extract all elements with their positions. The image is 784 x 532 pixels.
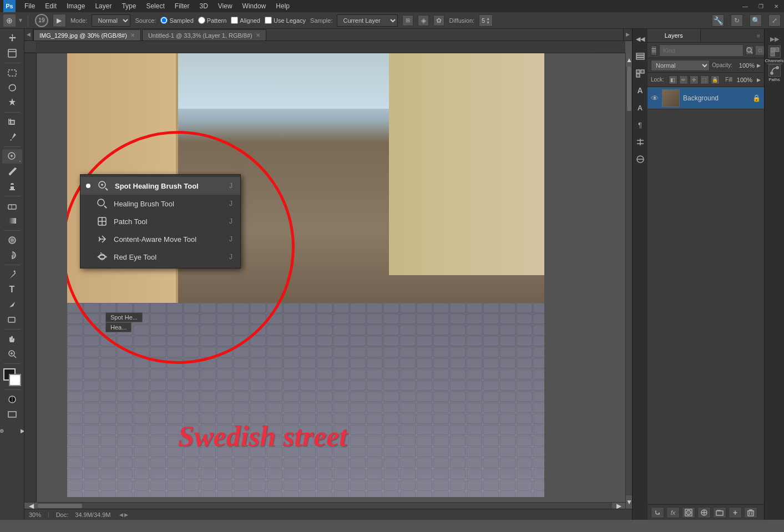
aligned-checkbox[interactable] [231, 17, 238, 24]
tool-path-select[interactable] [2, 297, 22, 312]
rpanel-icon-collapse-right[interactable]: ◀◀ [633, 31, 648, 47]
brush-preset-picker[interactable]: ▶ [53, 14, 66, 27]
minimize-button[interactable]: — [737, 0, 753, 12]
ctx-red-eye[interactable]: Red Eye Tool J [80, 248, 240, 266]
vertical-scrollbar[interactable]: ▲ ▼ [625, 53, 632, 509]
tool-eyedropper[interactable] [2, 130, 22, 144]
lock-transparent-icon[interactable]: ◧ [669, 75, 677, 84]
tool-shape[interactable] [2, 312, 22, 327]
tab-untitled1[interactable]: Untitled-1 @ 33,3% (Layer 1, RGB/8#) ✕ [142, 29, 266, 40]
channels-panel-icon[interactable]: Channels [767, 47, 782, 62]
tool-pen[interactable] [2, 267, 22, 282]
sample-all-layers-icon[interactable]: ◈ [418, 15, 429, 26]
sampled-option[interactable]: Sampled [160, 17, 193, 24]
blend-mode-dropdown[interactable]: Normal [651, 60, 710, 71]
tab-img1299-close[interactable]: ✕ [130, 32, 135, 38]
lock-image-icon[interactable]: ✏ [679, 75, 688, 84]
rpanel-text-icon[interactable]: A [633, 83, 648, 98]
rpanel-char-icon[interactable]: A [633, 100, 648, 115]
menu-view[interactable]: View [214, 1, 237, 11]
paths-panel-icon[interactable]: Paths [767, 65, 782, 81]
rpanel-circle-icon[interactable] [633, 151, 648, 167]
menu-image[interactable]: Image [62, 1, 89, 11]
rpanel-layers-icon[interactable] [633, 48, 648, 64]
h-scroll-thumb[interactable] [38, 504, 82, 508]
status-arrows[interactable]: ◀ ▶ [119, 512, 128, 518]
canvas-area[interactable]: for(let i=0;i<1000;i+=50){ document.curr… [24, 41, 632, 520]
brush-angle-icon[interactable]: ✿ [433, 15, 444, 26]
menu-select[interactable]: Select [141, 1, 169, 11]
rotate-view-icon[interactable]: ↻ [731, 14, 743, 27]
lock-position-icon[interactable]: ✛ [690, 75, 699, 84]
layer-mask-icon[interactable] [682, 507, 695, 518]
pattern-option[interactable]: Pattern [198, 17, 226, 24]
filter-pixel-icon[interactable]: □ [756, 46, 765, 55]
tool-crop[interactable] [2, 115, 22, 129]
lock-all-icon[interactable]: 🔒 [711, 75, 720, 84]
ctx-healing-brush[interactable]: Healing Brush Tool J [80, 195, 240, 212]
tool-zoom[interactable] [2, 347, 22, 361]
fill-expand-icon[interactable]: ▶ [757, 77, 761, 83]
layers-search-input[interactable] [659, 44, 743, 57]
panel-collapse-btn[interactable]: ▶▶ [767, 31, 782, 47]
tool-artboard[interactable] [2, 46, 22, 60]
tool-quick-mask[interactable] [2, 392, 22, 407]
layer-new-icon[interactable]: + [729, 507, 742, 518]
tool-options-arrow[interactable]: ▼ [18, 17, 23, 23]
rpanel-channels-icon[interactable] [633, 65, 648, 81]
scratch-remover-icon[interactable]: 🔧 [712, 14, 724, 27]
layer-adjustment-icon[interactable] [697, 507, 711, 518]
layer-background-visibility[interactable]: 👁 [651, 94, 659, 103]
canvas-image[interactable]: Swedish street [67, 53, 544, 497]
zoom-icon[interactable]: 🔍 [750, 14, 762, 27]
tool-eraser[interactable] [2, 199, 22, 213]
mode-dropdown[interactable]: Normal [92, 14, 130, 27]
menu-edit[interactable]: Edit [41, 1, 61, 11]
tab-collapse-right[interactable]: ▶ [623, 29, 632, 40]
status-prev-arrow[interactable]: ◀ [119, 512, 123, 518]
layer-fx-icon[interactable]: fx [666, 507, 680, 518]
rpanel-paragraph-icon[interactable]: ¶ [633, 117, 648, 133]
menu-filter[interactable]: Filter [170, 1, 194, 11]
menu-help[interactable]: Help [271, 1, 294, 11]
fullscreen-icon[interactable]: ⤢ [768, 14, 781, 27]
menu-layer[interactable]: Layer [90, 1, 116, 11]
menu-file[interactable]: File [20, 1, 39, 11]
status-next-arrow[interactable]: ▶ [124, 512, 128, 518]
tool-dodge[interactable] [2, 248, 22, 262]
layer-group-icon[interactable] [713, 507, 726, 518]
ctx-spot-healing[interactable]: Spot Healing Brush Tool J [80, 177, 240, 195]
tool-extra[interactable]: ⊕ [0, 423, 12, 438]
tab-untitled1-close[interactable]: ✕ [256, 32, 260, 38]
menu-window[interactable]: Window [238, 1, 271, 11]
layer-link-icon[interactable] [651, 507, 664, 518]
tool-healing[interactable]: ▪ [2, 149, 22, 164]
layer-background[interactable]: 👁 Background 🔒 [648, 87, 764, 109]
layers-tab[interactable]: Layers [648, 29, 701, 42]
scroll-down-btn[interactable]: ▼ [626, 495, 632, 509]
layers-search-icon[interactable] [746, 46, 753, 55]
menu-3d[interactable]: 3D [195, 1, 212, 11]
tool-text[interactable]: T [2, 282, 22, 297]
tool-extra2[interactable]: ▶ [13, 423, 25, 438]
tool-brush[interactable] [2, 164, 22, 179]
ctx-patch[interactable]: Patch Tool J [80, 212, 240, 230]
tool-hand[interactable] [2, 332, 22, 346]
layer-delete-icon[interactable] [744, 507, 757, 518]
tool-magic-wand[interactable] [2, 95, 22, 110]
scroll-up-btn[interactable]: ▲ [626, 53, 632, 67]
lock-artboard-icon[interactable]: ⬚ [700, 75, 709, 84]
restore-button[interactable]: ❐ [753, 0, 768, 12]
menu-type[interactable]: Type [117, 1, 140, 11]
tool-move[interactable] [2, 31, 22, 45]
sampled-radio[interactable] [160, 17, 168, 24]
ctx-content-aware[interactable]: Content-Aware Move Tool J [80, 230, 240, 248]
close-button[interactable]: ✕ [768, 0, 784, 12]
fg-bg-colors[interactable] [2, 367, 22, 387]
use-legacy-checkbox[interactable] [265, 17, 272, 24]
sample-dropdown[interactable]: Current Layer [337, 14, 398, 27]
tab-collapse-left[interactable]: ◀ [24, 29, 33, 40]
rpanel-grid-icon[interactable] [633, 134, 648, 150]
sample-options-icon[interactable]: ⊞ [402, 15, 413, 26]
tool-screen-mode[interactable] [2, 407, 22, 422]
